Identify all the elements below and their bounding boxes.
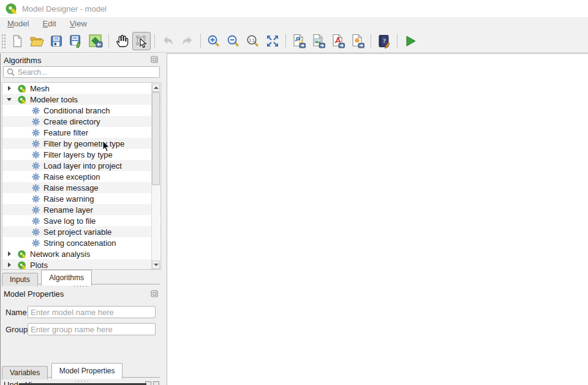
algorithm-gear-icon (32, 151, 40, 159)
tree-item-create-directory[interactable]: Create directory (2, 116, 160, 127)
tab-model-properties[interactable]: Model Properties (51, 363, 123, 379)
algorithm-gear-icon (32, 206, 40, 214)
tree-group-modeler-tools[interactable]: Modeler tools (2, 94, 160, 105)
export-as-python-button[interactable] (290, 32, 308, 50)
window-title: Model Designer - model (22, 4, 107, 13)
pan-tool-button[interactable] (113, 32, 131, 50)
export-image-icon (311, 34, 326, 48)
expand-arrow-icon[interactable] (7, 251, 13, 257)
tree-item-raise-message[interactable]: Raise message (2, 182, 160, 193)
scroll-down-button[interactable] (152, 261, 160, 269)
qgis-group-icon (17, 84, 26, 93)
qgis-group-icon (17, 95, 26, 104)
zoom-out-button[interactable] (224, 32, 243, 50)
tree-item-string-concatenation[interactable]: String concatenation (2, 237, 160, 248)
group-label: Group (6, 325, 28, 334)
undo-button[interactable] (159, 32, 177, 50)
tree-group-mesh[interactable]: Mesh (2, 83, 160, 94)
tree-group-network-analysis[interactable]: Network analysis (2, 248, 160, 259)
zoom-1-1-icon: 1:1 (246, 34, 260, 48)
tree-item-label: Rename layer (43, 205, 93, 215)
zoom-actual-size-button[interactable]: 1:1 (244, 32, 262, 50)
algorithm-gear-icon (32, 173, 40, 181)
tree-item-set-project-variable[interactable]: Set project variable (2, 226, 160, 237)
tree-item-raise-exception[interactable]: Raise exception (2, 171, 160, 182)
tree-item-label: Modeler tools (30, 95, 78, 104)
open-model-button[interactable] (28, 32, 46, 50)
save-in-project-icon (88, 34, 103, 48)
zoom-in-button[interactable] (205, 32, 223, 50)
tree-item-label: Mesh (30, 84, 50, 93)
redo-button[interactable] (178, 32, 197, 50)
algorithm-gear-icon (32, 118, 40, 126)
toolbar-separator (397, 34, 398, 48)
save-icon (50, 34, 63, 48)
float-panel-icon[interactable] (151, 290, 158, 297)
scrollbar-thumb[interactable] (152, 92, 160, 185)
help-button[interactable]: ? (375, 32, 393, 50)
tree-group-plots[interactable]: Plots (2, 259, 160, 270)
model-designer-window: Model Designer - model ModelEditView (0, 0, 588, 385)
tree-item-load-layer-into-project[interactable]: Load layer into project (2, 160, 160, 171)
new-model-button[interactable] (8, 32, 26, 50)
menu-bar: ModelEditView (0, 17, 588, 29)
menu-view[interactable]: View (70, 19, 87, 28)
collapse-arrow-icon[interactable] (7, 96, 13, 102)
export-as-pdf-button[interactable] (329, 32, 347, 50)
close-panel-icon[interactable] (153, 381, 159, 385)
save-model-as-button[interactable] (67, 32, 85, 50)
toolbar-separator (285, 34, 286, 48)
menu-model[interactable]: Model (7, 19, 29, 28)
toolbar-drag-handle[interactable] (1, 34, 6, 48)
tree-item-raise-warning[interactable]: Raise warning (2, 193, 160, 204)
tab-inputs[interactable]: Inputs (2, 273, 38, 286)
scroll-up-button[interactable] (152, 83, 160, 92)
export-pdf-icon (331, 34, 345, 48)
tree-item-filter-by-geometry-type[interactable]: Filter by geometry type (2, 138, 160, 149)
zoom-full-icon (265, 34, 280, 48)
redo-icon (180, 34, 195, 48)
toolbar-separator (200, 34, 201, 48)
save-model-in-project-button[interactable] (86, 32, 105, 50)
float-panel-icon[interactable] (151, 56, 158, 63)
algorithm-gear-icon (32, 184, 40, 192)
model-canvas[interactable] (167, 53, 588, 385)
select-cursor-icon (134, 34, 149, 48)
qgis-logo-icon (5, 2, 17, 15)
tree-item-conditional-branch[interactable]: Conditional branch (2, 105, 160, 116)
run-model-button[interactable] (401, 32, 420, 50)
model-name-input[interactable] (28, 306, 156, 318)
algorithm-gear-icon (32, 217, 40, 225)
new-file-icon (10, 34, 24, 48)
algorithm-gear-icon (32, 129, 40, 137)
svg-text:1:1: 1:1 (249, 37, 254, 42)
export-as-svg-button[interactable] (349, 32, 367, 50)
tab-variables[interactable]: Variables (2, 366, 48, 379)
tree-item-label: Plots (30, 261, 48, 270)
search-icon (6, 67, 16, 77)
toolbar-separator (154, 34, 155, 48)
tab-algorithms[interactable]: Algorithms (41, 270, 92, 286)
zoom-full-button[interactable] (263, 32, 282, 50)
svg-text:?: ? (383, 37, 386, 44)
tree-item-filter-layers-by-type[interactable]: Filter layers by type (2, 149, 160, 160)
algorithms-panel-title: Algorithms (4, 56, 41, 65)
search-input[interactable] (16, 68, 159, 77)
tree-scrollbar[interactable] (151, 83, 160, 269)
run-play-icon (403, 34, 418, 48)
toolbar-separator (108, 34, 109, 48)
tree-item-label: Set project variable (43, 227, 111, 237)
tree-item-save-log-to-file[interactable]: Save log to file (2, 215, 160, 226)
algorithm-search-box[interactable] (3, 66, 160, 78)
menu-edit[interactable]: Edit (42, 19, 56, 28)
expand-arrow-icon[interactable] (7, 262, 13, 268)
save-model-button[interactable] (47, 32, 66, 50)
tree-item-feature-filter[interactable]: Feature filter (2, 127, 160, 138)
model-group-input[interactable] (28, 323, 156, 335)
tree-item-label: Conditional branch (43, 106, 110, 115)
tree-item-rename-layer[interactable]: Rename layer (2, 204, 160, 215)
expand-arrow-icon[interactable] (7, 85, 13, 91)
export-as-image-button[interactable] (309, 32, 328, 50)
tree-item-label: Filter by geometry type (43, 139, 124, 148)
select-tool-button[interactable] (132, 32, 151, 50)
